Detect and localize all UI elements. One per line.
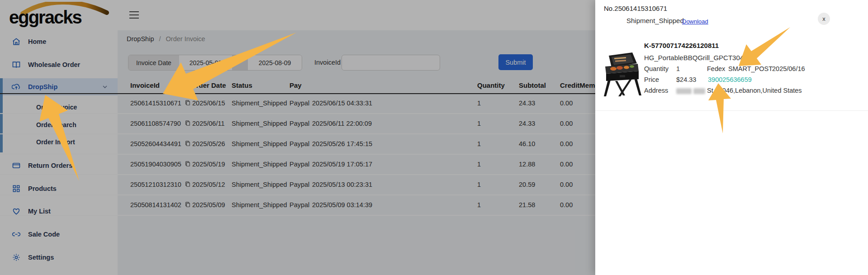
- drawer-order-number: No.25061415310671: [604, 5, 667, 12]
- quantity-label: Quantity: [644, 65, 669, 72]
- quantity-value: 1: [676, 65, 680, 72]
- drawer-divider: [595, 110, 868, 111]
- address-value: St,17046,Lebanon,United States: [707, 87, 802, 94]
- price-value: $24.33: [676, 76, 696, 83]
- carrier-value: Fedex: [707, 65, 725, 72]
- app-window: eggracks Home Wholesale Order DropShip O…: [0, 0, 868, 275]
- drawer-shipment-status: Shipment_Shipped: [626, 17, 684, 24]
- address-label: Address: [644, 87, 668, 94]
- ship-date-value: 2025/06/16: [772, 65, 805, 72]
- shipment-detail-drawer: No.25061415310671 Shipment_Shipped Downl…: [595, 0, 868, 275]
- product-sku: K-577007174226120811: [644, 42, 719, 49]
- service-value: SMART_POST: [728, 65, 773, 72]
- tracking-number-link[interactable]: 390025636659: [708, 76, 752, 83]
- download-link[interactable]: Download: [682, 18, 708, 25]
- close-button[interactable]: x: [818, 13, 830, 25]
- price-label: Price: [644, 76, 659, 83]
- product-image-bbq-grill: [602, 51, 643, 99]
- product-name: HG_PortableBBQGrill_GPCT3046: [644, 54, 747, 62]
- address-redacted-blur: [676, 87, 705, 94]
